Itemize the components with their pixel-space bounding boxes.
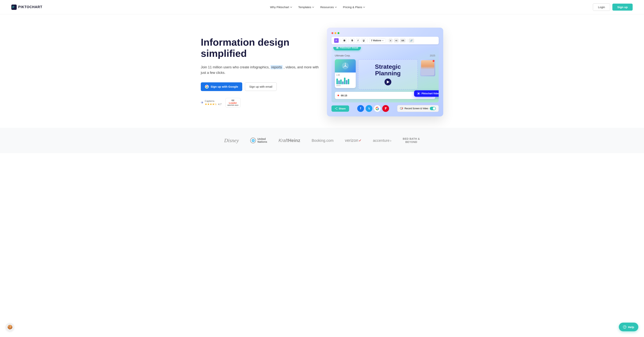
nav-links: Why Piktochart Templates Resources Prici…: [270, 5, 366, 9]
booking-logo: Booking.com: [312, 138, 334, 143]
record-toggle[interactable]: [430, 107, 436, 110]
svg-line-18: [336, 109, 337, 109]
svg-line-17: [336, 108, 337, 108]
toolbar-bullet-button[interactable]: •≡: [394, 39, 398, 42]
toolbar-grid-button[interactable]: ⊞: [342, 38, 347, 43]
record-screen-button[interactable]: Record Screen & Video: [397, 105, 439, 112]
chevron-down-icon: [335, 6, 337, 8]
pinterest-icon[interactable]: 𝐏: [382, 105, 389, 112]
logo[interactable]: P PIKTOCHART: [11, 4, 42, 10]
panel-chart: 1.0B 400M: [335, 72, 356, 88]
hero-section: Information design simplified Join 11 mi…: [190, 14, 454, 128]
un-globe-icon: 🌐: [250, 138, 256, 143]
hero-buttons: Sign up with Google Sign up with email: [201, 82, 322, 91]
editor-toolbar: P ⊞ B I U T Mattone ≡ •≡ AA 🔗: [332, 37, 439, 44]
twitter-icon[interactable]: 𝕏: [366, 105, 372, 112]
accenture-logo: accenture ›: [373, 138, 392, 143]
toolbar-font-selector[interactable]: T Mattone: [369, 38, 385, 43]
visual-icon: [336, 47, 339, 49]
hero-title: Information design simplified: [201, 37, 322, 59]
google-social-icon[interactable]: [374, 105, 381, 112]
chevron-down-icon: [363, 6, 365, 8]
bedbath-logo: BED BATH &BEYOND: [403, 137, 420, 144]
toolbar-list-button[interactable]: ≡: [389, 39, 392, 42]
disney-logo: Disney: [224, 137, 239, 143]
strategic-planning-text: Strategic Planning: [358, 59, 418, 89]
chevron-down-icon: [382, 39, 384, 41]
toolbar-bold-button[interactable]: B: [350, 38, 355, 43]
panel-image: [335, 59, 356, 72]
logos-bar: Disney 🌐 United Nations KraftHeinz Booki…: [0, 128, 644, 153]
accenture-chevron-icon: ›: [390, 138, 392, 143]
nav-pricing[interactable]: Pricing & Plans: [343, 5, 366, 9]
nav-resources[interactable]: Resources: [320, 5, 337, 9]
facebook-icon[interactable]: f: [357, 105, 364, 112]
navbar: P PIKTOCHART Why Piktochart Templates Re…: [0, 0, 644, 14]
svg-point-21: [402, 108, 402, 109]
capterra-badge: ✈ Capterra ★★★★½ 4.7: [201, 100, 222, 106]
toolbar-underline-button[interactable]: U: [362, 38, 366, 43]
play-arrow-icon: [387, 80, 390, 83]
nav-actions: Login Sign up: [593, 3, 633, 11]
svg-rect-20: [401, 109, 402, 110]
piktochart-visual-badge: Piktochart Visual: [333, 47, 361, 50]
signup-google-button[interactable]: Sign up with Google: [201, 82, 242, 91]
canvas-area: Piktochart Visual Ultimate Corp. 2025: [332, 47, 439, 102]
left-panel: 1.0B 400M: [335, 59, 356, 88]
windmill-icon: [342, 62, 349, 70]
recording-indicator: [338, 95, 339, 96]
dot-yellow: [334, 32, 336, 34]
play-button[interactable]: [384, 79, 391, 85]
un-logo: 🌐 United Nations: [250, 138, 267, 143]
mockup-content: 1.0B 400M: [335, 59, 435, 89]
login-button[interactable]: Login: [593, 3, 610, 11]
kraftheinz-logo: KraftHeinz: [278, 138, 300, 143]
svg-point-9: [345, 65, 346, 66]
hero-right: P ⊞ B I U T Mattone ≡ •≡ AA 🔗: [327, 28, 443, 116]
hero-badges: ✈ Capterra ★★★★½ 4.7 G2 Leader WINTER 20…: [201, 98, 322, 107]
signup-button[interactable]: Sign up: [612, 3, 633, 10]
hero-left: Information design simplified Join 11 mi…: [201, 37, 322, 107]
google-icon: [205, 85, 209, 89]
svg-text:P: P: [336, 39, 337, 42]
share-icon: [335, 107, 338, 110]
dot-green: [338, 32, 340, 34]
video-icon: [417, 92, 420, 95]
dot-red: [332, 32, 333, 34]
window-dots: [332, 32, 439, 34]
social-icons: f 𝕏 𝐏: [357, 105, 389, 112]
chevron-down-icon: [290, 6, 292, 8]
nav-why-piktochart[interactable]: Why Piktochart: [270, 5, 292, 9]
signup-email-button[interactable]: Sign up with email: [245, 82, 277, 91]
toggle-knob: [433, 107, 436, 110]
toolbar-italic-button[interactable]: I: [356, 38, 360, 43]
nav-templates[interactable]: Templates: [298, 5, 314, 9]
hero-subtitle: Join 11 million users who create infogra…: [201, 64, 322, 75]
g2-badge: G2 Leader WINTER 2023: [226, 98, 240, 107]
mockup-header: Ultimate Corp. 2025: [335, 54, 435, 57]
verizon-logo: verizon✓: [345, 138, 362, 143]
recording-dot: [432, 60, 434, 62]
mockup-container: P ⊞ B I U T Mattone ≡ •≡ AA 🔗: [327, 28, 443, 116]
avatar-photo: [421, 60, 434, 75]
toolbar-link-button[interactable]: 🔗: [409, 39, 414, 43]
svg-text:P: P: [12, 6, 14, 9]
toolbar-fontsize-button[interactable]: AA: [400, 39, 406, 42]
logo-icon: P: [11, 4, 17, 10]
person-avatar: [420, 59, 435, 76]
share-button[interactable]: Share: [332, 105, 349, 112]
piktochart-video-badge: Piktochart Video: [414, 90, 439, 97]
mockup-bottom-bar: Share f 𝕏 𝐏 Record Screen & Video: [332, 105, 439, 112]
screen-record-icon: [400, 107, 403, 110]
brand-icon: P: [334, 38, 339, 43]
capterra-icon: ✈: [201, 100, 204, 105]
logo-text: PIKTOCHART: [18, 5, 42, 9]
chevron-down-icon: [312, 6, 314, 8]
